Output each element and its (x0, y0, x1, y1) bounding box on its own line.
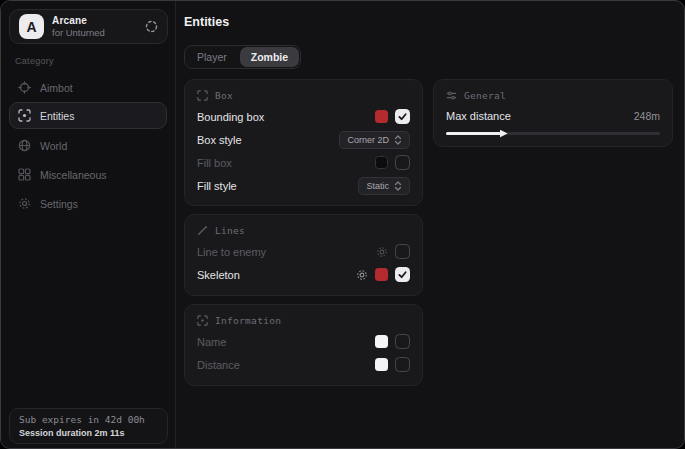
sidebar-item-settings[interactable]: Settings (9, 189, 167, 218)
lines-card: Lines Line to enemy Skeleton (184, 214, 423, 296)
information-card: Information Name Distance (184, 304, 423, 386)
lines-card-header: Lines (197, 225, 410, 236)
sidebar-item-label: Aimbot (40, 82, 73, 94)
slider-thumb[interactable] (500, 130, 508, 138)
setting-row-distance: Distance (197, 353, 410, 376)
setting-row-name: Name (197, 330, 410, 353)
checkbox-unchecked[interactable] (395, 244, 410, 259)
sub-expires-text: Sub expires in 42d 00h (19, 414, 158, 425)
color-swatch[interactable] (375, 110, 388, 123)
checkbox-checked[interactable] (395, 109, 410, 124)
diagonal-line-icon (197, 225, 208, 236)
main-content: Entities Player Zombie Box Bounding box (177, 1, 685, 448)
setting-row-fill-style: Fill style Static (197, 174, 410, 197)
gear-icon (18, 197, 31, 210)
checkbox-unchecked[interactable] (395, 357, 410, 372)
setting-label: Skeleton (197, 269, 240, 281)
checkbox-unchecked[interactable] (395, 334, 410, 349)
card-title: Information (215, 315, 281, 326)
setting-row-box-style: Box style Corner 2D (197, 128, 410, 151)
gear-icon[interactable] (356, 269, 368, 281)
setting-row-fill-box: Fill box (197, 151, 410, 174)
setting-label: Distance (197, 359, 240, 371)
box-card-header: Box (197, 90, 410, 101)
sidebar-item-label: World (40, 140, 67, 152)
tab-zombie[interactable]: Zombie (240, 47, 299, 67)
setting-label: Box style (197, 134, 242, 146)
box-card: Box Bounding box Box style Cor (184, 79, 423, 206)
checkbox-unchecked[interactable] (395, 155, 410, 170)
general-card-header: General (446, 90, 660, 101)
card-title: Lines (215, 225, 245, 236)
settings-column-right: General Max distance 248m (433, 79, 673, 155)
globe-icon (18, 139, 31, 152)
brand-card: A Arcane for Unturned (9, 9, 168, 44)
setting-row-max-distance: Max distance 248m (446, 105, 660, 127)
sidebar-item-label: Entities (40, 110, 74, 122)
card-title: General (464, 90, 506, 101)
sidebar-nav: Aimbot Entities World Miscellaneous (1, 73, 175, 218)
sidebar-item-miscellaneous[interactable]: Miscellaneous (9, 160, 167, 189)
color-swatch[interactable] (375, 335, 388, 348)
color-swatch[interactable] (375, 268, 388, 281)
app-name: Arcane (52, 15, 145, 26)
box-style-dropdown[interactable]: Corner 2D (339, 131, 410, 149)
setting-label: Name (197, 336, 226, 348)
chevrons-up-down-icon (394, 181, 402, 191)
crosshair-icon (18, 81, 31, 94)
checkbox-checked[interactable] (395, 267, 410, 282)
setting-label: Fill box (197, 157, 232, 169)
sidebar-item-aimbot[interactable]: Aimbot (9, 73, 167, 102)
scan-entity-icon (18, 109, 31, 122)
app-subtitle: for Unturned (52, 27, 145, 38)
gear-icon[interactable] (376, 246, 388, 258)
loader-icon[interactable] (145, 20, 158, 33)
scan-box-icon (197, 90, 208, 101)
entity-tabs: Player Zombie (184, 45, 301, 69)
max-distance-slider[interactable] (446, 129, 660, 138)
subscription-card: Sub expires in 42d 00h Session duration … (9, 408, 168, 444)
fill-style-dropdown[interactable]: Static (358, 177, 410, 195)
setting-row-line-to-enemy: Line to enemy (197, 240, 410, 263)
sidebar-item-label: Miscellaneous (40, 169, 107, 181)
setting-label: Max distance (446, 110, 511, 122)
max-distance-value: 248m (634, 110, 660, 122)
sidebar-item-world[interactable]: World (9, 131, 167, 160)
category-label: Category (15, 56, 54, 66)
app-logo: A (19, 14, 44, 39)
session-duration-text: Session duration 2m 11s (19, 428, 158, 438)
setting-label: Fill style (197, 180, 237, 192)
chevrons-up-down-icon (394, 135, 402, 145)
card-title: Box (215, 90, 233, 101)
grid-icon (18, 168, 31, 181)
setting-row-bounding-box: Bounding box (197, 105, 410, 128)
color-swatch[interactable] (375, 358, 388, 371)
max-distance-fill (446, 132, 502, 135)
app-window: A Arcane for Unturned Category Aimbot (0, 0, 685, 449)
sidebar-item-label: Settings (40, 198, 78, 210)
brand-text: Arcane for Unturned (52, 15, 145, 38)
scan-info-icon (197, 315, 208, 326)
sidebar: A Arcane for Unturned Category Aimbot (1, 1, 176, 448)
sliders-icon (446, 90, 457, 101)
dropdown-value: Static (366, 181, 389, 191)
dropdown-value: Corner 2D (347, 135, 389, 145)
setting-label: Line to enemy (197, 246, 266, 258)
settings-column-left: Box Bounding box Box style Cor (184, 79, 423, 394)
information-card-header: Information (197, 315, 410, 326)
sidebar-item-entities[interactable]: Entities (9, 102, 167, 129)
page-title: Entities (184, 15, 229, 29)
general-card: General Max distance 248m (433, 79, 673, 147)
color-swatch[interactable] (375, 156, 388, 169)
tab-player[interactable]: Player (186, 47, 238, 67)
setting-row-skeleton: Skeleton (197, 263, 410, 286)
setting-label: Bounding box (197, 111, 264, 123)
